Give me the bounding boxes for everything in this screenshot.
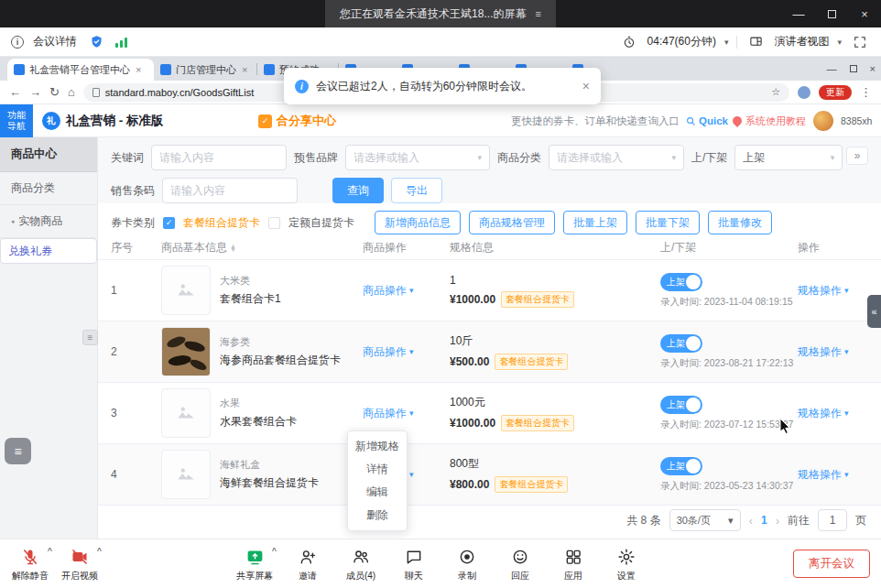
close-button[interactable]: × [848, 0, 881, 27]
settings-button[interactable]: 设置 [602, 545, 651, 583]
current-page[interactable]: 1 [761, 514, 767, 527]
product-op-link[interactable]: 商品操作▾ [363, 406, 450, 421]
record-button[interactable]: 录制 [442, 545, 492, 583]
add-product-button[interactable]: 新增商品信息 [375, 211, 461, 234]
spec-op-link[interactable]: 规格操作▾ [798, 467, 872, 483]
menu-item-add-spec[interactable]: 新增规格 [348, 435, 407, 458]
spec-op-link[interactable]: 规格操作▾ [798, 283, 872, 299]
browser-tab-2[interactable]: 门店管理中心 × [154, 59, 256, 81]
tab-close-icon[interactable]: × [242, 64, 247, 75]
os-titlebar: 您正在观看金禾通技术王斌18...的屏幕 ≡ — × [0, 0, 881, 27]
category-select[interactable]: 请选择或输入 ▾ [549, 145, 684, 170]
export-button[interactable]: 导出 [391, 178, 442, 203]
search-button[interactable]: 查询 [332, 178, 384, 203]
brand-select[interactable]: 请选择或输入 ▾ [345, 145, 490, 170]
home-icon[interactable]: ⌂ [68, 86, 75, 98]
page-size-select[interactable]: 30条/页 ▾ [669, 509, 741, 531]
meeting-details-label[interactable]: 会议详情 [33, 34, 77, 49]
apps-button[interactable]: 应用 [549, 545, 598, 583]
maximize-button[interactable] [815, 0, 848, 27]
mic-options-caret-icon[interactable]: ^ [48, 546, 52, 555]
view-caret-icon[interactable]: ▾ [837, 38, 842, 47]
browser-profile-avatar[interactable] [798, 86, 810, 99]
goto-page-input[interactable] [818, 509, 847, 531]
keyword-input[interactable] [151, 145, 287, 170]
checkbox-fixed-card[interactable] [268, 217, 280, 229]
tab-close-icon[interactable]: × [136, 64, 141, 75]
spec-op-link[interactable]: 规格操作▾ [798, 406, 872, 421]
menu-item-delete[interactable]: 删除 [348, 504, 407, 527]
browser-update-button[interactable]: 更新 [819, 85, 852, 100]
fullscreen-icon[interactable] [850, 32, 870, 52]
shelf-toggle[interactable]: 上架 [660, 396, 702, 414]
share-screen-button[interactable]: 共享屏幕 ^ [230, 545, 279, 583]
prev-page-icon[interactable]: ‹ [749, 514, 753, 528]
quick-link[interactable]: Quick [686, 115, 728, 126]
product-op-link[interactable]: 商品操作▾ [363, 344, 450, 360]
shelf-toggle[interactable]: 上架 [660, 457, 702, 475]
floating-list-button[interactable]: ≡ [5, 438, 31, 464]
col-shelf: 上/下架 [660, 240, 798, 256]
chevron-down-icon: ▾ [844, 470, 849, 479]
back-icon[interactable]: ← [9, 86, 21, 98]
spec-op-link[interactable]: 规格操作▾ [798, 344, 872, 360]
browser-tab-1[interactable]: 礼盒营销平台管理中心 × [7, 59, 154, 81]
sidebar-item-gift-coupons[interactable]: 兑换礼券 [0, 238, 97, 264]
user-avatar[interactable] [813, 111, 833, 131]
menu-item-details[interactable]: 详情 [348, 458, 407, 481]
batch-offshelf-button[interactable]: 批量下架 [636, 211, 700, 234]
meeting-info-icon[interactable]: i [11, 36, 24, 49]
shelf-toggle[interactable]: 上架 [660, 334, 702, 353]
share-center-link[interactable]: ✓ 合分享中心 [258, 104, 336, 137]
members-button[interactable]: 成员(4) [336, 545, 386, 583]
barcode-input[interactable] [162, 178, 298, 203]
browser-menu-icon[interactable]: ⋮ [860, 86, 872, 98]
watching-banner: 您正在观看金禾通技术王斌18...的屏幕 ≡ [325, 0, 556, 27]
product-op-link[interactable]: 商品操作▾ [363, 283, 450, 299]
video-options-caret-icon[interactable]: ^ [97, 546, 102, 555]
sidebar-handle-icon[interactable]: ≡ [82, 330, 98, 345]
page-info-icon[interactable] [92, 88, 100, 97]
notification-close-icon[interactable]: × [582, 79, 590, 93]
share-screen-icon [245, 547, 265, 567]
sidebar-item-physical-goods[interactable]: ● 实物商品 [0, 205, 97, 238]
refresh-icon[interactable]: ↻ [49, 86, 60, 98]
unmute-button[interactable]: 解除静音 ^ [5, 545, 55, 583]
checkbox-fixed-label[interactable]: 定额自提货卡 [288, 215, 354, 231]
minimize-button[interactable]: — [782, 0, 815, 27]
next-page-icon[interactable]: › [776, 514, 779, 528]
batch-edit-button[interactable]: 批量修改 [708, 211, 772, 234]
username[interactable]: 8385xh [841, 115, 874, 127]
checkbox-combo-card[interactable]: ✓ [163, 217, 175, 229]
batch-onshelf-button[interactable]: 批量上架 [563, 211, 627, 234]
shelf-toggle[interactable]: 上架 [660, 273, 702, 291]
checkbox-combo-label[interactable]: 套餐组合提货卡 [183, 215, 260, 231]
browser-maximize-icon[interactable] [850, 65, 857, 72]
browser-minimize-icon[interactable]: — [827, 63, 837, 74]
leave-meeting-button[interactable]: 离开会议 [793, 550, 870, 578]
forward-icon[interactable]: → [29, 86, 41, 98]
collapse-panel-tab[interactable]: « [867, 295, 881, 328]
invite-button[interactable]: 邀请 [283, 545, 332, 583]
sort-icon[interactable]: ▲▼ [230, 245, 236, 252]
shelf-value: 上架 [743, 150, 765, 166]
tutorial-link[interactable]: 系统使用教程 [733, 114, 806, 128]
view-mode-label[interactable]: 演讲者视图 [774, 34, 829, 49]
browser-close-icon[interactable]: × [870, 63, 876, 74]
share-options-caret-icon[interactable]: ^ [272, 546, 277, 555]
spec-manage-button[interactable]: 商品规格管理 [469, 211, 555, 234]
reactions-button[interactable]: 回应 [495, 545, 545, 583]
chat-button[interactable]: 聊天 [389, 545, 439, 583]
sidebar-section-product-center[interactable]: 商品中心 [0, 137, 97, 172]
app-logo: 礼 礼盒营销 - 标准版 [42, 104, 164, 137]
bookmark-star-icon[interactable]: ☆ [771, 86, 780, 98]
timer-caret-icon[interactable]: ▾ [724, 38, 729, 47]
security-shield-icon[interactable] [86, 32, 106, 52]
menu-item-edit[interactable]: 编辑 [348, 481, 407, 504]
start-video-button[interactable]: 开启视频 ^ [55, 545, 104, 583]
sidebar-item-categories[interactable]: 商品分类 [0, 172, 97, 205]
collapse-right-button[interactable]: » [846, 147, 868, 165]
function-nav-button[interactable]: 功能 导航 [0, 104, 33, 137]
banner-menu-icon[interactable]: ≡ [535, 8, 540, 19]
shelf-select[interactable]: 上架 ▾ [734, 145, 843, 170]
